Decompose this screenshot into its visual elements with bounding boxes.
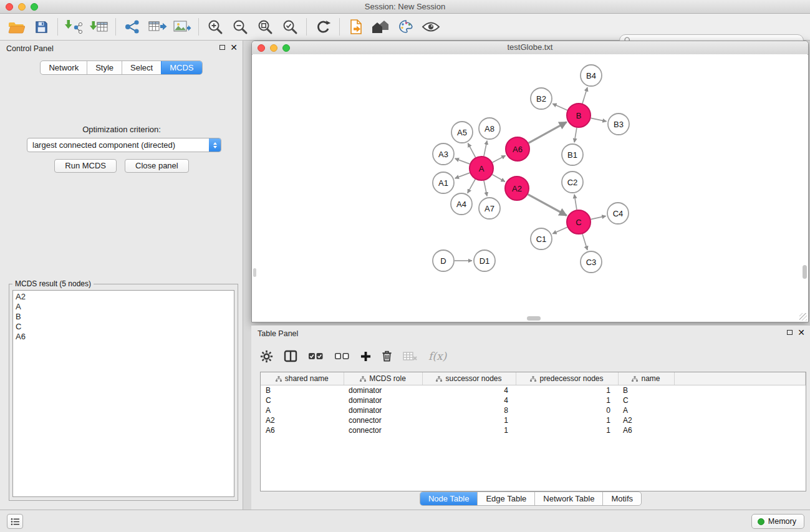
tab-node-table[interactable]: Node Table <box>420 492 478 505</box>
network-edge-C-C2[interactable] <box>574 195 577 210</box>
network-edge-B-B1[interactable] <box>574 128 577 142</box>
network-node-C2[interactable]: C2 <box>562 172 583 193</box>
table-cell[interactable]: 0 <box>516 405 618 415</box>
network-edge-A-A1[interactable] <box>455 173 470 178</box>
resize-grip[interactable] <box>799 313 807 321</box>
network-edge-A-A7[interactable] <box>484 181 487 196</box>
table-cell[interactable]: 1 <box>422 415 516 425</box>
network-edge-A2-C[interactable] <box>528 195 567 216</box>
mcds-result-item[interactable]: B <box>16 312 231 322</box>
show-column-icon[interactable] <box>284 350 297 362</box>
mcds-result-item[interactable]: A2 <box>16 292 231 302</box>
network-node-A4[interactable]: A4 <box>451 193 472 215</box>
left-scrollbar-thumb[interactable] <box>253 268 256 277</box>
close-panel-icon[interactable]: ✕ <box>230 44 238 51</box>
table-cell[interactable]: 1 <box>516 425 618 435</box>
save-session-icon[interactable] <box>29 16 54 38</box>
network-node-B[interactable]: B <box>567 104 591 127</box>
network-edge-A-A2[interactable] <box>492 175 504 181</box>
table-cell[interactable]: dominator <box>344 405 422 415</box>
table-cell[interactable]: A6 <box>618 425 674 435</box>
function-builder-icon[interactable]: f(x) <box>428 350 446 362</box>
open-folder-icon[interactable] <box>4 16 29 38</box>
run-mcds-button[interactable]: Run MCDS <box>54 159 117 173</box>
column-header-mcds-role[interactable]: MCDS role <box>344 372 422 385</box>
minimize-window-button[interactable] <box>18 3 26 11</box>
network-node-B1[interactable]: B1 <box>562 144 583 165</box>
network-edge-A-A4[interactable] <box>468 179 475 193</box>
table-cell[interactable]: C <box>618 395 674 405</box>
tab-network-table[interactable]: Network Table <box>534 492 602 505</box>
network-close-button[interactable] <box>258 44 265 52</box>
network-node-A8[interactable]: A8 <box>479 118 500 139</box>
network-node-B3[interactable]: B3 <box>608 114 629 135</box>
network-node-A3[interactable]: A3 <box>433 143 454 165</box>
delete-column-trash-icon[interactable] <box>382 350 392 362</box>
table-cell[interactable]: B <box>261 385 344 396</box>
network-node-D1[interactable]: D1 <box>474 250 495 271</box>
network-node-A7[interactable]: A7 <box>479 198 500 219</box>
network-graph[interactable]: B4B2BB3A5A8A6B1A3AC2A1A2A4A7C4CC1C3DD1 <box>253 54 808 321</box>
network-node-C3[interactable]: C3 <box>581 251 602 273</box>
network-node-A2[interactable]: A2 <box>505 177 529 200</box>
column-header-successor-nodes[interactable]: successor nodes <box>422 372 516 385</box>
export-table-icon[interactable] <box>145 16 170 38</box>
network-canvas[interactable]: B4B2BB3A5A8A6B1A3AC2A1A2A4A7C4CC1C3DD1 <box>253 54 808 321</box>
network-edge-A-A5[interactable] <box>468 143 475 158</box>
zoom-fit-icon[interactable] <box>253 16 277 38</box>
column-header-predecessor-nodes[interactable]: predecessor nodes <box>516 372 618 385</box>
mcds-result-item[interactable]: C <box>16 322 231 332</box>
network-node-B2[interactable]: B2 <box>531 88 552 109</box>
table-cell[interactable]: 1 <box>422 425 516 435</box>
network-minimize-button[interactable] <box>270 44 277 52</box>
delete-table-icon[interactable] <box>403 351 418 362</box>
table-cell[interactable]: 1 <box>516 395 618 405</box>
export-image-icon[interactable] <box>170 16 195 38</box>
close-panel-button[interactable]: Close panel <box>125 159 189 173</box>
network-edge-A-A8[interactable] <box>484 141 487 157</box>
add-column-plus-icon[interactable] <box>360 351 371 362</box>
select-all-checkboxes-icon[interactable] <box>308 352 324 360</box>
network-node-D[interactable]: D <box>433 250 454 271</box>
table-cell[interactable]: A2 <box>618 415 674 425</box>
tab-edge-table[interactable]: Edge Table <box>477 492 534 505</box>
tab-select[interactable]: Select <box>122 61 161 74</box>
vertical-scrollbar-thumb[interactable] <box>803 265 807 279</box>
import-network-icon[interactable] <box>62 16 87 38</box>
float-panel-icon[interactable] <box>219 45 225 50</box>
network-zoom-button[interactable] <box>282 44 290 52</box>
tab-mcds[interactable]: MCDS <box>161 61 201 74</box>
tab-network[interactable]: Network <box>41 61 87 74</box>
table-cell[interactable]: A <box>261 405 344 415</box>
network-edge-C-C3[interactable] <box>582 234 587 250</box>
table-cell[interactable]: 4 <box>422 385 516 396</box>
table-row[interactable]: Adominator80A <box>261 405 806 415</box>
style-palette-icon[interactable] <box>393 16 418 38</box>
table-cell[interactable]: A2 <box>261 415 344 425</box>
table-cell[interactable]: A <box>618 405 674 415</box>
network-node-B4[interactable]: B4 <box>581 65 602 86</box>
zoom-in-icon[interactable] <box>203 16 228 38</box>
network-edge-B-B3[interactable] <box>591 118 607 121</box>
horizontal-scrollbar-thumb[interactable] <box>527 316 541 321</box>
network-edge-C-C4[interactable] <box>591 216 606 219</box>
table-row[interactable]: Cdominator41C <box>261 395 806 405</box>
column-header-shared-name[interactable]: shared name <box>261 372 344 385</box>
mcds-result-item[interactable]: A <box>16 302 231 312</box>
network-node-A[interactable]: A <box>470 157 493 180</box>
network-edge-A6-B[interactable] <box>529 122 567 143</box>
network-node-C[interactable]: C <box>567 210 591 234</box>
zoom-window-button[interactable] <box>31 3 38 11</box>
close-window-button[interactable] <box>6 3 13 11</box>
node-table-container[interactable]: shared nameMCDS rolesuccessor nodesprede… <box>260 372 806 491</box>
table-cell[interactable]: 1 <box>516 415 618 425</box>
tab-motifs[interactable]: Motifs <box>602 492 641 505</box>
network-node-A6[interactable]: A6 <box>506 137 529 161</box>
network-edge-A-A3[interactable] <box>455 158 470 164</box>
task-history-button[interactable] <box>7 514 23 529</box>
table-cell[interactable]: 1 <box>516 385 618 396</box>
table-cell[interactable]: B <box>618 385 674 396</box>
open-session-icon[interactable] <box>344 16 369 38</box>
table-cell[interactable]: C <box>261 395 344 405</box>
home-icon[interactable] <box>369 16 393 38</box>
